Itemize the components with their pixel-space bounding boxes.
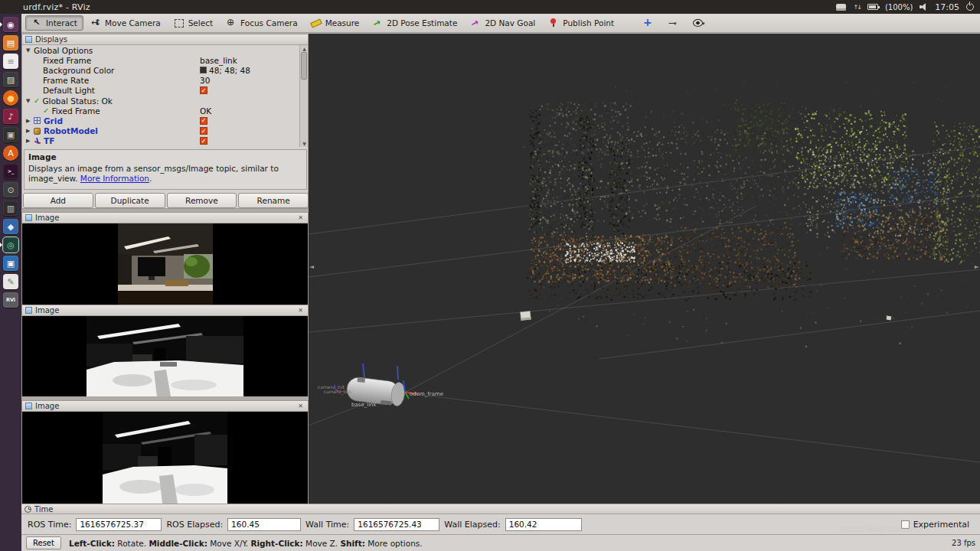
duplicate-button[interactable]: Duplicate (95, 193, 165, 208)
status-bar: Reset Left-Click: Rotate. Middle-Click: … (21, 534, 980, 551)
checked-checkbox[interactable] (200, 117, 207, 125)
launcher-item-archive-manager[interactable]: ▥ (0, 200, 21, 217)
tree-value[interactable]: 48; 48; 48 (200, 66, 250, 75)
launcher-item-rviz-icon[interactable]: RVi (0, 292, 21, 308)
left-dock: Displays ▼Global OptionsFixed Framebase_… (21, 34, 309, 504)
network-icon[interactable]: ↑↓ (853, 4, 860, 11)
volume-icon[interactable] (920, 3, 928, 11)
image-panel-header[interactable]: Image✕ (22, 401, 308, 412)
checked-checkbox[interactable] (200, 127, 207, 135)
tree-row-tf[interactable]: ▶TF (22, 136, 308, 146)
3d-viewport[interactable]: camera_initcamera_linkbase_linkodom_fram… (309, 34, 980, 504)
scroll-thumb[interactable] (301, 52, 307, 80)
displays-panel-header[interactable]: Displays (22, 34, 308, 45)
checked-checkbox[interactable] (200, 86, 207, 94)
remove-button[interactable]: Remove (167, 193, 237, 208)
clock-label[interactable]: 17:05 (935, 2, 959, 12)
close-icon[interactable]: ✕ (296, 307, 305, 315)
tree-value[interactable] (200, 117, 207, 125)
pointcloud-canvas[interactable] (309, 34, 980, 504)
panel-dock-icon (25, 307, 32, 314)
description-title: Image (28, 152, 302, 163)
tool-interact[interactable]: Interact (25, 15, 83, 31)
launcher-item-remote-desktop[interactable]: ▣ (0, 255, 21, 272)
close-icon[interactable]: ✕ (296, 403, 305, 410)
ros-elapsedinput[interactable] (227, 518, 301, 531)
ubuntu-software-icon: A (3, 145, 18, 161)
tree-value[interactable]: base_link (200, 56, 237, 65)
time-panel-header[interactable]: Time (21, 504, 980, 514)
tool-properties-button[interactable] (661, 15, 686, 31)
tree-row-global-status-ok[interactable]: ▼✓Global Status: Ok (22, 96, 308, 106)
wall-elapsedinput[interactable] (505, 518, 582, 531)
tool-2d-nav-goal[interactable]: 2D Nav Goal (464, 15, 541, 31)
launcher-item-files[interactable]: ▤ (0, 34, 21, 51)
launcher-item-firefox[interactable]: ● (0, 90, 21, 106)
tree-row-fixed-frame[interactable]: ✓Fixed FrameOK (22, 106, 308, 116)
expander-right-icon[interactable]: ▶ (26, 118, 34, 124)
launcher-item-ubuntu-software[interactable]: A (0, 145, 21, 161)
rename-button[interactable]: Rename (238, 193, 309, 208)
expander-down-icon[interactable]: ▼ (26, 98, 34, 104)
launcher-item-rviz-running[interactable]: ◎ (0, 236, 21, 253)
launcher-item-terminal[interactable]: >_ (0, 163, 21, 180)
time-field-label: ROS Elapsed: (166, 520, 223, 530)
rviz-running-icon: ◎ (3, 237, 18, 253)
experimental-checkbox[interactable] (901, 520, 910, 529)
focus-icon (226, 18, 237, 28)
tree-row-default-light[interactable]: Default Light (22, 86, 308, 96)
expander-right-icon[interactable]: ▶ (26, 138, 34, 144)
collapse-left-arrow[interactable]: ◄ (309, 263, 314, 270)
tree-row-fixed-frame[interactable]: Fixed Framebase_link (22, 55, 308, 65)
tree-row-background-color[interactable]: Background Color48; 48; 48 (22, 65, 308, 75)
keyboard-indicator-icon[interactable] (836, 4, 846, 11)
expander-right-icon[interactable]: ▶ (26, 128, 34, 134)
tool-move-camera[interactable]: Move Camera (84, 15, 167, 31)
image-panel-header[interactable]: Image✕ (22, 305, 308, 316)
image-viewer-icon: ▨ (3, 72, 18, 87)
image-panel-header[interactable]: Image✕ (22, 213, 308, 223)
scroll-down-arrow[interactable]: ▼ (300, 140, 308, 147)
close-icon[interactable]: ✕ (296, 214, 305, 222)
tree-value[interactable] (200, 86, 207, 94)
tree-scrollbar[interactable]: ▲ ▼ (299, 45, 308, 147)
tool-2d-pose-estimate[interactable]: 2D Pose Estimate (366, 15, 463, 31)
battery-icon[interactable] (867, 4, 878, 10)
reset-button[interactable]: Reset (26, 536, 61, 549)
value-text: base_link (200, 56, 237, 65)
expander-down-icon[interactable]: ▼ (26, 47, 34, 54)
time-field-label: ROS Time: (28, 520, 71, 530)
tree-row-grid[interactable]: ▶Grid (22, 116, 308, 126)
power-icon[interactable] (966, 3, 974, 11)
tree-row-global-options[interactable]: ▼Global Options (22, 45, 308, 55)
more-information-link[interactable]: More Information (80, 174, 149, 183)
add-tool-button[interactable] (635, 15, 660, 31)
launcher-item-notes[interactable]: ✎ (0, 273, 21, 290)
collapse-right-arrow[interactable]: ► (975, 263, 979, 270)
launcher-item-workspace-switcher[interactable]: ◆ (0, 218, 21, 235)
tree-value[interactable]: OK (200, 106, 211, 116)
launcher-item-text-editor[interactable]: ≡ (0, 53, 21, 70)
launcher-item-dash-home[interactable]: ◉ (0, 16, 21, 33)
tool-select[interactable]: Select (168, 15, 219, 31)
launcher-item-system-settings[interactable]: ⊙ (0, 181, 21, 198)
add-button[interactable]: Add (23, 193, 93, 208)
launcher-item-media-player[interactable]: ♪ (0, 108, 21, 125)
desktop-top-bar: urdf.rviz* - RViz ↑↓ (100%) 17:05 (0, 0, 980, 14)
visibility-button[interactable] (687, 15, 712, 31)
checked-checkbox[interactable] (200, 137, 207, 145)
tool-publish-point[interactable]: Publish Point (542, 15, 620, 31)
launcher-item-image-viewer[interactable]: ▨ (0, 71, 21, 88)
tree-value[interactable] (200, 127, 207, 135)
wall-timeinput[interactable] (354, 518, 439, 531)
scroll-up-arrow[interactable]: ▲ (300, 45, 308, 52)
ros-timeinput[interactable] (76, 518, 162, 531)
tool-measure[interactable]: Measure (305, 15, 366, 31)
launcher-item-libreoffice[interactable]: ▣ (0, 126, 21, 143)
move-icon (90, 18, 102, 28)
tree-value[interactable] (200, 137, 207, 145)
tree-value[interactable]: 30 (200, 76, 210, 85)
tool-focus-camera[interactable]: Focus Camera (220, 15, 304, 31)
tree-row-robotmodel[interactable]: ▶RobotModel (22, 126, 308, 136)
tree-row-frame-rate[interactable]: Frame Rate30 (22, 76, 308, 86)
